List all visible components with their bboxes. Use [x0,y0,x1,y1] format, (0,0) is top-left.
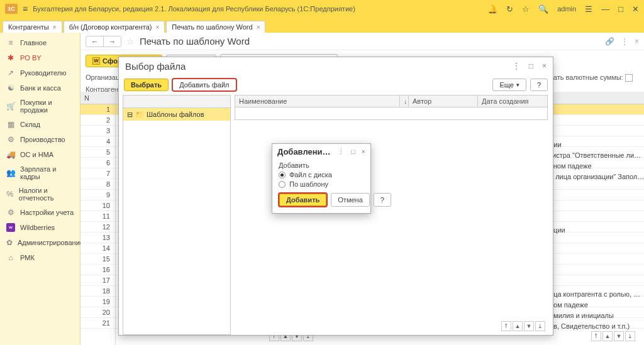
word-icon: W [92,57,100,65]
table-row: 4 [80,136,115,147]
table-row: 14 [80,243,115,254]
link-icon[interactable]: 🔗 [605,37,614,46]
gear-icon: ⚙ [6,208,15,217]
maximize-icon[interactable]: □ [351,148,355,156]
nav-arrows[interactable]: ←→ [86,36,121,47]
select-button[interactable]: Выбрать [124,79,169,91]
maximize-icon[interactable]: □ [529,62,533,70]
table-row: 16 [80,265,115,275]
minimize-icon[interactable]: — [601,4,609,14]
paginator-right[interactable]: ⤒▲▼⤓ [591,331,635,341]
table-row: 9 [80,190,115,200]
down-icon: ▼ [524,321,534,331]
up-icon: ▲ [513,321,523,331]
table-row: 12 [80,222,115,233]
file-tree[interactable]: ⊟ 📁 Шаблоны файлов [123,95,231,335]
sidebar-item-bank[interactable]: ☯Банк и касса [0,80,80,96]
radio-icon [279,181,286,188]
bell-icon[interactable]: 🔔 [487,4,497,14]
table-row: 1 [80,104,115,115]
table-row: 13 [80,233,115,243]
sidebar-item-assets[interactable]: 🚚ОС и НМА [0,147,80,162]
col-date[interactable]: Дата создания [478,96,547,107]
help-button[interactable]: ? [374,193,391,207]
flower-icon: ✿ [6,238,13,247]
sidebar-item-admin[interactable]: ✿Администрирование [0,235,80,250]
favorite-icon[interactable]: ☆ [126,36,135,47]
tree-root: ⊟ 📁 Шаблоны файлов [123,108,230,121]
help-button[interactable]: ? [530,79,548,91]
table-row: 15 [80,254,115,265]
app-logo: 1C [5,4,18,14]
table-row: 11 [80,211,115,222]
folder-icon: 📁 [135,111,144,119]
sidebar-item-sales[interactable]: 🛒Покупки и продажи [0,96,80,117]
sidebar-item-production[interactable]: ⚙Производство [0,132,80,147]
gear-icon: ⚙ [6,135,15,144]
tab-contractors[interactable]: Контрагенты× [3,21,62,33]
history-icon[interactable]: ↻ [506,4,513,14]
table-row: 10 [80,200,115,211]
table-row: 18 [80,286,115,297]
sidebar-item-rmk[interactable]: ⌂РМК [0,250,80,265]
cancel-button[interactable]: Отмена [331,193,369,207]
cart-icon: 🛒 [6,102,15,111]
table-row: 2 [80,115,115,126]
close-icon[interactable]: × [362,148,365,156]
table-row: 19 [80,297,115,307]
sidebar-item-wildberries[interactable]: wWildberries [0,220,80,235]
menu-icon[interactable]: ≡ [23,4,28,14]
dialog-title: Выбор файла [125,61,186,72]
table-row: 5 [80,147,115,158]
dialog-paginator[interactable]: ⤒▲▼⤓ [501,321,545,331]
sidebar-item-taxes[interactable]: %Налоги и отчетность [0,183,80,205]
close-page-icon[interactable]: × [635,37,639,46]
back-icon: ← [86,36,104,47]
tab-print-word[interactable]: Печать по шаблону Word× [166,21,265,33]
sidebar-item-warehouse[interactable]: ▦Склад [0,117,80,132]
rmk-icon: ⌂ [6,253,15,262]
sidebar-item-settings[interactable]: ⚙Настройки учета [0,205,80,220]
radio-by-template[interactable]: По шаблону [279,180,364,188]
add-dialog-title: Добавлени… [277,147,331,156]
search-icon[interactable]: 🔍 [538,4,548,14]
more-icon[interactable]: ⋮ [513,62,520,70]
filter-icon[interactable]: ☰ [585,4,592,14]
close-icon: × [53,24,57,31]
collapse-icon: ⊟ [127,111,133,119]
col-n-header: N [80,92,115,104]
first-icon: ⤒ [501,321,511,331]
col-name[interactable]: Наименование [235,96,400,107]
col-author[interactable]: Автор [409,96,478,107]
more-icon[interactable]: ⋮ [621,37,628,46]
add-button[interactable]: Добавить [279,193,327,207]
sidebar-item-manager[interactable]: ↗Руководителю [0,65,80,80]
last-icon: ⤓ [625,331,635,341]
currency-checkbox[interactable] [625,74,633,82]
user-label[interactable]: admin [557,5,576,13]
sidebar-item-poby[interactable]: ✱PO BY [0,50,80,65]
forward-icon: → [104,36,121,47]
close-icon[interactable]: ✕ [632,4,639,14]
sidebar-item-main[interactable]: ≡Главное [0,35,80,50]
add-file-button[interactable]: Добавить файл [172,79,236,91]
coin-icon: ☯ [6,84,15,92]
sidebar-item-salary[interactable]: 👥Зарплата и кадры [0,162,80,183]
maximize-icon[interactable]: □ [618,4,623,14]
table-row: 20 [80,307,115,318]
down-icon: ▼ [614,331,624,341]
close-icon[interactable]: × [542,62,547,70]
tab-contract[interactable]: б/н (Договор контрагента)× [64,21,165,33]
star-icon[interactable]: ☆ [522,4,530,14]
more-icon[interactable]: ⋮ [338,148,345,156]
page-title: Печать по шаблону Word [140,36,250,47]
people-icon: 👥 [6,168,15,177]
radio-from-disk[interactable]: Файл с диска [279,171,364,178]
add-label: Добавить [279,162,364,169]
row-numbers: N 1 2 3 4 5 6 7 8 9 10 11 12 13 14 15 16… [80,92,116,345]
radio-icon [279,172,286,178]
sort-icon[interactable]: ↓ [400,96,409,107]
file-list[interactable]: Наименование ↓ Автор Дата создания [235,95,548,335]
table-row: 17 [80,275,115,286]
more-button[interactable]: Еще ▾ [492,79,526,91]
